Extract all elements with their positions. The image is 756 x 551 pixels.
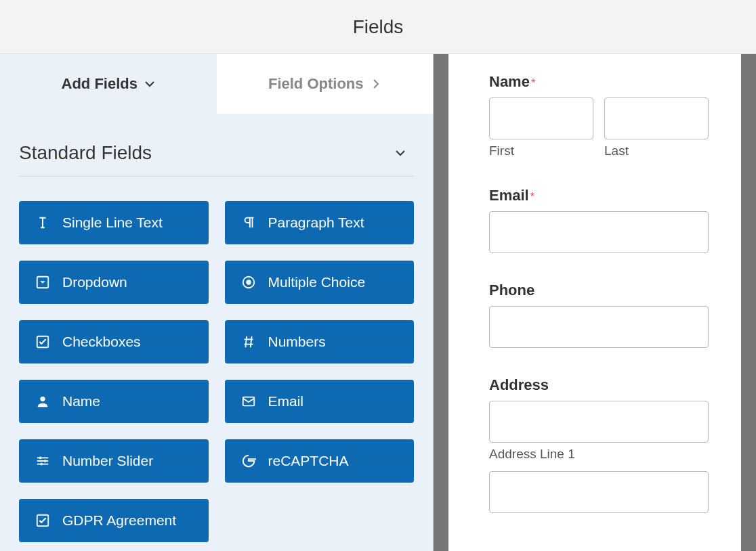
field-grid: Single Line Text Paragraph Text Dropdown [19, 177, 414, 542]
email-input[interactable] [489, 211, 709, 253]
svg-point-2 [246, 280, 251, 284]
first-name-input[interactable] [489, 97, 593, 139]
envelope-icon [241, 394, 256, 409]
tabs: Add Fields Field Options [0, 54, 433, 114]
field-numbers[interactable]: Numbers [225, 320, 415, 363]
preview-phone-group[interactable]: Phone [489, 282, 709, 348]
page-header: Fields [0, 0, 756, 54]
panel-divider[interactable] [434, 54, 448, 551]
field-label: Number Slider [62, 453, 153, 469]
field-recaptcha[interactable]: reCAPTCHA [225, 439, 415, 483]
last-sublabel: Last [604, 144, 709, 158]
svg-point-7 [44, 460, 47, 462]
field-label: Numbers [268, 334, 326, 350]
field-dropdown[interactable]: Dropdown [19, 261, 209, 304]
phone-label: Phone [489, 282, 534, 299]
address-line2-input[interactable] [489, 471, 709, 513]
form-preview: Name* First Last Email* Phone [448, 54, 756, 551]
field-label: Single Line Text [62, 215, 163, 231]
email-label: Email [489, 187, 529, 204]
field-name[interactable]: Name [19, 380, 209, 423]
preview-name-group[interactable]: Name* First Last [489, 73, 709, 158]
check-square-icon [35, 334, 50, 349]
preview-address-group[interactable]: Address Address Line 1 [489, 376, 709, 513]
main-area: Add Fields Field Options Standard Fields [0, 54, 756, 551]
tab-field-options[interactable]: Field Options [217, 54, 434, 114]
field-paragraph-text[interactable]: Paragraph Text [225, 201, 415, 244]
field-label: reCAPTCHA [268, 453, 349, 469]
address-line1-input[interactable] [489, 401, 709, 443]
field-label: GDPR Agreement [62, 512, 176, 529]
tab-add-fields[interactable]: Add Fields [0, 54, 217, 114]
field-label: Name [62, 393, 100, 410]
google-g-icon [241, 454, 256, 468]
field-number-slider[interactable]: Number Slider [19, 439, 209, 483]
section-title: Standard Fields [19, 142, 152, 164]
tab-add-fields-label: Add Fields [62, 75, 138, 93]
field-label: Email [268, 393, 304, 410]
field-gdpr-agreement[interactable]: GDPR Agreement [19, 499, 209, 542]
caret-square-icon [35, 275, 50, 290]
preview-email-group[interactable]: Email* [489, 187, 709, 253]
chevron-right-icon [371, 79, 381, 89]
chevron-down-icon [395, 148, 406, 158]
standard-fields-section: Standard Fields Single Line Text Para [0, 114, 433, 542]
text-cursor-icon [35, 215, 50, 230]
page-title: Fields [353, 16, 404, 38]
svg-point-8 [40, 463, 43, 466]
section-header[interactable]: Standard Fields [19, 130, 414, 177]
address-label: Address [489, 376, 549, 394]
user-icon [35, 394, 50, 409]
field-single-line-text[interactable]: Single Line Text [19, 201, 209, 244]
field-checkboxes[interactable]: Checkboxes [19, 320, 209, 363]
paragraph-icon [241, 215, 256, 230]
field-email[interactable]: Email [225, 380, 415, 423]
chevron-down-icon [144, 79, 155, 89]
first-sublabel: First [489, 144, 593, 158]
tab-field-options-label: Field Options [268, 75, 364, 93]
svg-point-4 [40, 397, 45, 401]
sliders-icon [35, 454, 50, 468]
field-multiple-choice[interactable]: Multiple Choice [225, 261, 415, 304]
last-name-input[interactable] [604, 97, 709, 139]
required-asterisk: * [531, 77, 535, 89]
hash-icon [241, 334, 256, 349]
svg-point-6 [39, 457, 42, 460]
field-label: Checkboxes [62, 334, 141, 350]
required-asterisk: * [530, 191, 534, 202]
radio-icon [241, 275, 256, 290]
name-label: Name [489, 73, 530, 91]
left-panel: Add Fields Field Options Standard Fields [0, 54, 434, 551]
phone-input[interactable] [489, 306, 709, 348]
field-label: Dropdown [62, 274, 127, 290]
field-label: Multiple Choice [268, 274, 366, 290]
check-square-icon [35, 513, 50, 528]
field-label: Paragraph Text [268, 215, 364, 231]
address-line1-sublabel: Address Line 1 [489, 447, 709, 462]
